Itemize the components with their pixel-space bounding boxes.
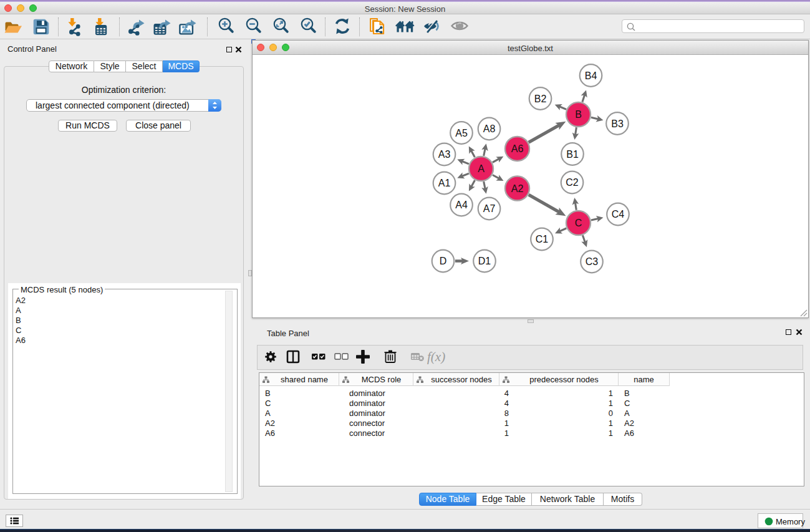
svg-text:A7: A7 [483, 203, 496, 214]
svg-text:C4: C4 [612, 209, 625, 220]
svg-text:B: B [575, 109, 582, 120]
svg-text:C3: C3 [586, 256, 599, 267]
svg-text:A2: A2 [511, 183, 524, 194]
svg-text:D: D [440, 256, 447, 266]
svg-text:A5: A5 [455, 128, 468, 138]
svg-text:D1: D1 [478, 256, 491, 266]
svg-text:A8: A8 [483, 123, 496, 134]
svg-text:B3: B3 [611, 118, 624, 129]
svg-text:A1: A1 [438, 178, 451, 188]
svg-text:A3: A3 [438, 149, 451, 160]
svg-text:A: A [478, 163, 485, 174]
svg-text:A4: A4 [455, 200, 468, 210]
svg-text:C2: C2 [566, 177, 579, 188]
svg-text:A6: A6 [511, 143, 524, 154]
svg-text:B2: B2 [534, 94, 547, 104]
svg-text:B1: B1 [566, 149, 579, 160]
svg-text:B4: B4 [585, 70, 597, 81]
svg-text:C: C [575, 218, 582, 228]
svg-text:C1: C1 [536, 234, 549, 244]
